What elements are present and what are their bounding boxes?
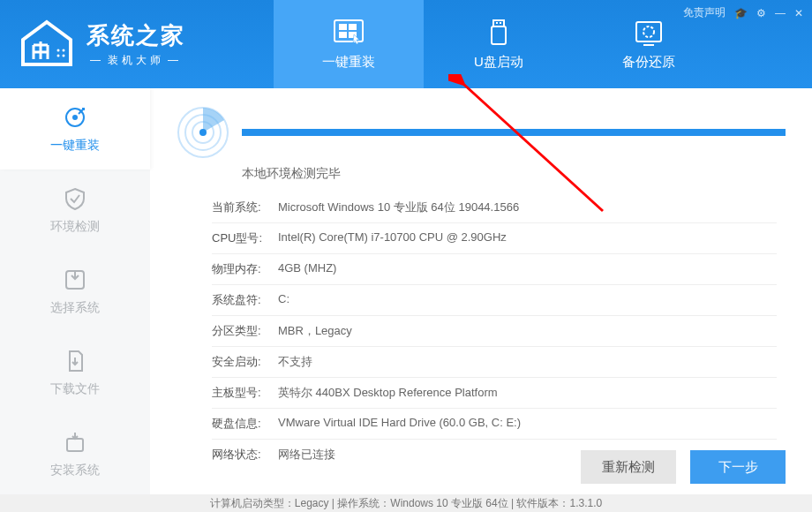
tab-label: 备份还原 bbox=[622, 54, 675, 71]
graduate-icon[interactable]: 🎓 bbox=[734, 7, 748, 19]
info-label: CPU型号: bbox=[212, 230, 278, 246]
info-label: 当前系统: bbox=[212, 200, 278, 215]
app-subtitle: 装机大师 bbox=[86, 53, 185, 68]
system-info-list: 当前系统:Microsoft Windows 10 专业版 64位 19044.… bbox=[212, 192, 777, 470]
tab-one-click-reinstall[interactable]: 一键重装 bbox=[274, 0, 424, 88]
info-row-drive-letter: 系统盘符:C: bbox=[212, 285, 777, 316]
sidebar-item-install[interactable]: 安装系统 bbox=[0, 413, 150, 494]
disclaimer-link[interactable]: 免责声明 bbox=[683, 5, 726, 20]
sidebar-item-label: 选择系统 bbox=[50, 300, 100, 316]
install-box-icon bbox=[62, 429, 88, 456]
svg-rect-7 bbox=[339, 32, 347, 38]
info-label: 硬盘信息: bbox=[212, 416, 278, 432]
svg-rect-19 bbox=[67, 439, 83, 451]
info-value: MBR，Legacy bbox=[278, 323, 777, 339]
minimize-button[interactable]: — bbox=[775, 7, 786, 19]
settings-icon[interactable]: ⚙ bbox=[756, 7, 766, 19]
info-value: VMware Virtual IDE Hard Drive (60.0 GB, … bbox=[278, 416, 777, 432]
progress-row bbox=[177, 106, 786, 159]
nav-tabs: 一键重装 U盘启动 备份还原 bbox=[274, 0, 724, 88]
info-value: Intel(R) Core(TM) i7-10700 CPU @ 2.90GHz bbox=[278, 230, 777, 246]
action-buttons: 重新检测 下一步 bbox=[581, 450, 786, 484]
info-row-motherboard: 主板型号:英特尔 440BX Desktop Reference Platfor… bbox=[212, 378, 777, 409]
progress-bar bbox=[242, 129, 786, 136]
sidebar-item-label: 下载文件 bbox=[50, 381, 100, 397]
tab-usb-boot[interactable]: U盘启动 bbox=[424, 0, 574, 88]
svg-point-2 bbox=[57, 55, 60, 57]
info-row-os: 当前系统:Microsoft Windows 10 专业版 64位 19044.… bbox=[212, 192, 777, 223]
svg-rect-12 bbox=[492, 26, 506, 44]
info-label: 主板型号: bbox=[212, 385, 278, 401]
status-bar-text: 计算机启动类型：Legacy | 操作系统：Windows 10 专业版 64位… bbox=[210, 496, 602, 511]
info-value: 英特尔 440BX Desktop Reference Platform bbox=[278, 385, 777, 401]
info-label: 分区类型: bbox=[212, 323, 278, 339]
svg-point-1 bbox=[63, 49, 65, 52]
windows-cursor-icon bbox=[331, 19, 366, 47]
progress-status-text: 本地环境检测完毕 bbox=[242, 166, 786, 182]
status-bar: 计算机启动类型：Legacy | 操作系统：Windows 10 专业版 64位… bbox=[0, 494, 812, 512]
usb-drive-icon bbox=[481, 19, 516, 47]
select-icon bbox=[62, 267, 88, 293]
svg-point-23 bbox=[199, 129, 207, 136]
sidebar-item-env-check[interactable]: 环境检测 bbox=[0, 169, 150, 251]
info-row-cpu: CPU型号:Intel(R) Core(TM) i7-10700 CPU @ 2… bbox=[212, 223, 777, 254]
info-row-secure-boot: 安全启动:不支持 bbox=[212, 347, 777, 378]
svg-rect-10 bbox=[496, 22, 498, 24]
sidebar: 一键重装 环境检测 选择系统 下载文件 安装系统 bbox=[0, 88, 150, 494]
main-panel: 本地环境检测完毕 当前系统:Microsoft Windows 10 专业版 6… bbox=[150, 88, 812, 494]
sidebar-item-reinstall[interactable]: 一键重装 bbox=[0, 88, 150, 169]
backup-icon bbox=[631, 19, 666, 47]
sidebar-item-label: 一键重装 bbox=[50, 138, 100, 154]
info-label: 网络状态: bbox=[212, 447, 278, 463]
svg-rect-13 bbox=[636, 22, 661, 41]
logo-area: 系统之家 装机大师 bbox=[0, 19, 274, 70]
info-label: 物理内存: bbox=[212, 261, 278, 277]
radar-icon bbox=[177, 106, 229, 159]
info-value: Microsoft Windows 10 专业版 64位 19044.1566 bbox=[278, 200, 777, 215]
svg-rect-5 bbox=[339, 24, 347, 30]
sidebar-item-download[interactable]: 下载文件 bbox=[0, 332, 150, 413]
info-row-disk: 硬盘信息:VMware Virtual IDE Hard Drive (60.0… bbox=[212, 409, 777, 440]
svg-rect-11 bbox=[500, 22, 501, 24]
header: 系统之家 装机大师 一键重装 U盘启动 备份还原 免责声明 🎓 ⚙ — ✕ bbox=[0, 0, 812, 88]
svg-point-3 bbox=[63, 55, 65, 57]
svg-rect-6 bbox=[349, 24, 357, 30]
svg-point-0 bbox=[57, 49, 60, 52]
tab-label: 一键重装 bbox=[322, 54, 375, 71]
target-icon bbox=[62, 104, 88, 131]
info-label: 安全启动: bbox=[212, 354, 278, 370]
app-title: 系统之家 bbox=[86, 20, 185, 51]
svg-rect-4 bbox=[335, 20, 363, 41]
next-button[interactable]: 下一步 bbox=[690, 450, 786, 484]
shield-check-icon bbox=[62, 185, 88, 212]
info-row-partition: 分区类型:MBR，Legacy bbox=[212, 316, 777, 347]
info-label: 系统盘符: bbox=[212, 292, 278, 308]
tab-label: U盘启动 bbox=[474, 54, 523, 71]
download-file-icon bbox=[62, 348, 88, 374]
recheck-button[interactable]: 重新检测 bbox=[581, 450, 676, 484]
svg-rect-9 bbox=[493, 20, 504, 26]
info-value: 不支持 bbox=[278, 354, 777, 370]
sidebar-item-label: 环境检测 bbox=[50, 219, 100, 235]
app-logo-icon bbox=[16, 19, 78, 70]
close-button[interactable]: ✕ bbox=[794, 7, 803, 19]
info-row-memory: 物理内存:4GB (MHZ) bbox=[212, 254, 777, 285]
sidebar-item-label: 安装系统 bbox=[50, 463, 100, 478]
svg-point-17 bbox=[72, 115, 78, 120]
info-value: C: bbox=[278, 292, 777, 308]
svg-point-14 bbox=[643, 26, 654, 37]
info-value: 4GB (MHZ) bbox=[278, 261, 777, 277]
title-bar-controls: 免责声明 🎓 ⚙ — ✕ bbox=[683, 5, 803, 20]
sidebar-item-select-system[interactable]: 选择系统 bbox=[0, 251, 150, 332]
